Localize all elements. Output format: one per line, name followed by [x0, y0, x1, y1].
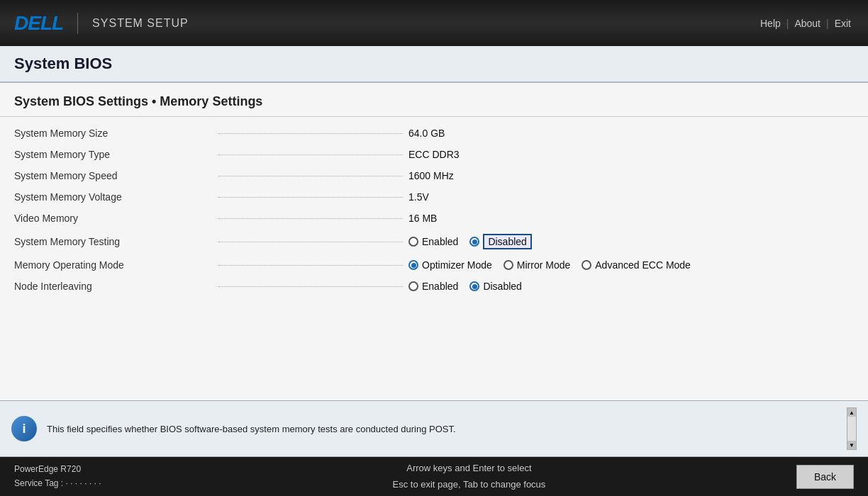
- page-title: System BIOS: [14, 55, 112, 72]
- radio-label-enabled: Enabled: [422, 236, 458, 247]
- setting-value-memory-type: ECC DDR3: [408, 149, 550, 160]
- setting-label-memory-voltage: System Memory Voltage: [14, 191, 213, 203]
- radio-label-disabled: Disabled: [483, 234, 531, 249]
- radio-circle-optimizer: [408, 260, 418, 270]
- setting-label-memory-size: System Memory Size: [14, 128, 213, 139]
- system-setup-title: SYSTEM SETUP: [92, 17, 189, 30]
- radio-circle-mirror: [503, 260, 513, 270]
- setting-label-memory-testing: System Memory Testing: [14, 236, 213, 247]
- radio-node-disabled[interactable]: Disabled: [469, 281, 521, 292]
- setting-value-memory-size: 64.0 GB: [408, 128, 550, 139]
- setting-value-video-memory: 16 MB: [408, 213, 550, 224]
- setting-row-operating-mode: Memory Operating Mode Optimizer Mode Mir…: [14, 254, 854, 276]
- service-tag-label: Service Tag :: [14, 478, 63, 488]
- about-link[interactable]: About: [791, 16, 823, 30]
- radio-group-node-interleaving: Enabled Disabled: [408, 281, 550, 292]
- main-content: System BIOS Settings • Memory Settings S…: [0, 83, 868, 423]
- setting-label-memory-type: System Memory Type: [14, 149, 213, 160]
- header: DELL SYSTEM SETUP Help | About | Exit: [0, 0, 868, 46]
- setting-dots-7: [218, 265, 403, 266]
- service-tag-value: · · · · · · · ·: [66, 478, 101, 488]
- nav-sep-1: |: [786, 18, 789, 29]
- radio-label-node-enabled: Enabled: [422, 281, 458, 292]
- service-tag: Service Tag : · · · · · · · ·: [14, 477, 142, 490]
- radio-circle-advanced-ecc: [582, 260, 591, 270]
- radio-circle-disabled: [469, 237, 479, 247]
- radio-circle-node-disabled: [469, 281, 479, 291]
- page-title-bar: System BIOS: [0, 46, 868, 83]
- radio-mirror-mode[interactable]: Mirror Mode: [503, 259, 570, 271]
- radio-advanced-ecc[interactable]: Advanced ECC Mode: [582, 259, 691, 271]
- setting-row-memory-voltage: System Memory Voltage 1.5V: [14, 186, 854, 208]
- setting-row-memory-type: System Memory Type ECC DDR3: [14, 144, 854, 165]
- hint-line-1: Arrow keys and Enter to select: [142, 461, 796, 476]
- help-link[interactable]: Help: [757, 16, 784, 30]
- hint-line-2: Esc to exit page, Tab to change focus: [142, 477, 796, 492]
- radio-label-optimizer: Optimizer Mode: [422, 259, 492, 271]
- setting-dots-3: [218, 176, 403, 176]
- setting-value-memory-speed: 1600 MHz: [408, 170, 550, 181]
- dell-logo: DELL: [14, 12, 63, 35]
- setting-dots-1: [218, 133, 403, 134]
- info-scrollbar[interactable]: ▲ ▼: [847, 407, 857, 450]
- setting-row-memory-speed: System Memory Speed 1600 MHz: [14, 165, 854, 186]
- radio-memory-testing-disabled[interactable]: Disabled: [469, 234, 531, 249]
- setting-label-node-interleaving: Node Interleaving: [14, 281, 213, 292]
- device-name: PowerEdge R720: [14, 463, 142, 476]
- device-info: PowerEdge R720 Service Tag : · · · · · ·…: [14, 463, 142, 490]
- radio-optimizer-mode[interactable]: Optimizer Mode: [408, 259, 492, 271]
- info-text: This field specifies whether BIOS softwa…: [47, 424, 837, 434]
- radio-group-operating-mode: Optimizer Mode Mirror Mode Advanced ECC …: [408, 259, 691, 271]
- header-divider: [77, 13, 78, 34]
- breadcrumb: System BIOS Settings • Memory Settings: [0, 83, 868, 117]
- header-nav: Help | About | Exit: [757, 16, 854, 30]
- radio-memory-testing-enabled[interactable]: Enabled: [408, 236, 458, 247]
- back-button[interactable]: Back: [796, 465, 854, 489]
- setting-dots-4: [218, 197, 403, 198]
- scroll-up-arrow[interactable]: ▲: [847, 408, 856, 417]
- setting-label-memory-speed: System Memory Speed: [14, 170, 213, 181]
- nav-sep-2: |: [826, 18, 829, 29]
- radio-label-mirror: Mirror Mode: [517, 259, 570, 271]
- setting-dots-6: [218, 242, 403, 242]
- info-icon: i: [11, 416, 37, 441]
- setting-label-operating-mode: Memory Operating Mode: [14, 259, 213, 271]
- exit-link[interactable]: Exit: [832, 16, 854, 30]
- setting-row-node-interleaving: Node Interleaving Enabled Disabled: [14, 276, 854, 297]
- setting-label-video-memory: Video Memory: [14, 213, 213, 224]
- status-bar: PowerEdge R720 Service Tag : · · · · · ·…: [0, 457, 868, 496]
- setting-dots-8: [218, 286, 403, 287]
- setting-row-video-memory: Video Memory 16 MB: [14, 208, 854, 229]
- settings-table: System Memory Size 64.0 GB System Memory…: [0, 117, 868, 303]
- setting-dots-5: [218, 218, 403, 219]
- radio-label-advanced-ecc: Advanced ECC Mode: [595, 259, 691, 271]
- radio-group-memory-testing: Enabled Disabled: [408, 234, 550, 249]
- radio-node-enabled[interactable]: Enabled: [408, 281, 458, 292]
- keyboard-hints: Arrow keys and Enter to select Esc to ex…: [142, 461, 796, 492]
- radio-label-node-disabled: Disabled: [483, 281, 521, 292]
- info-panel: i This field specifies whether BIOS soft…: [0, 400, 868, 457]
- radio-circle-node-enabled: [408, 281, 418, 291]
- scroll-down-arrow[interactable]: ▼: [847, 441, 856, 449]
- radio-circle-enabled: [408, 237, 418, 247]
- setting-row-memory-testing: System Memory Testing Enabled Disabled: [14, 229, 854, 254]
- setting-value-memory-voltage: 1.5V: [408, 191, 550, 203]
- setting-dots-2: [218, 154, 403, 155]
- setting-row-memory-size: System Memory Size 64.0 GB: [14, 123, 854, 144]
